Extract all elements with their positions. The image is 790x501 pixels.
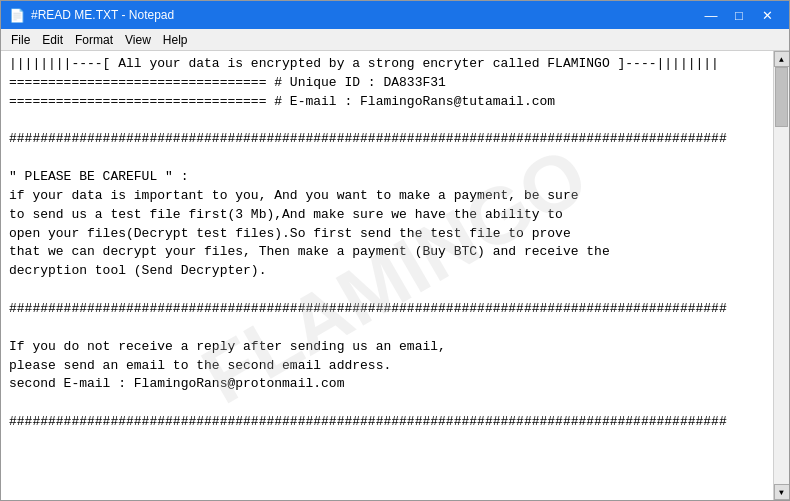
window-controls: — □ ✕ [697, 5, 781, 25]
vertical-scrollbar[interactable]: ▲ ▼ [773, 51, 789, 500]
menu-view[interactable]: View [119, 31, 157, 49]
app-icon: 📄 [9, 8, 25, 23]
menu-edit[interactable]: Edit [36, 31, 69, 49]
text-editor[interactable]: ||||||||----[ All your data is encrypted… [1, 51, 773, 500]
maximize-button[interactable]: □ [725, 5, 753, 25]
minimize-button[interactable]: — [697, 5, 725, 25]
menu-format[interactable]: Format [69, 31, 119, 49]
menu-bar: File Edit Format View Help [1, 29, 789, 51]
scroll-down-arrow[interactable]: ▼ [774, 484, 790, 500]
menu-file[interactable]: File [5, 31, 36, 49]
notepad-window: 📄 #READ ME.TXT - Notepad — □ ✕ File Edit… [0, 0, 790, 501]
title-bar: 📄 #READ ME.TXT - Notepad — □ ✕ [1, 1, 789, 29]
content-area: ||||||||----[ All your data is encrypted… [1, 51, 789, 500]
scrollbar-thumb[interactable] [775, 67, 788, 127]
scrollbar-track[interactable] [774, 67, 789, 484]
window-title: #READ ME.TXT - Notepad [31, 8, 174, 22]
close-button[interactable]: ✕ [753, 5, 781, 25]
scroll-up-arrow[interactable]: ▲ [774, 51, 790, 67]
menu-help[interactable]: Help [157, 31, 194, 49]
title-bar-left: 📄 #READ ME.TXT - Notepad [9, 8, 174, 23]
